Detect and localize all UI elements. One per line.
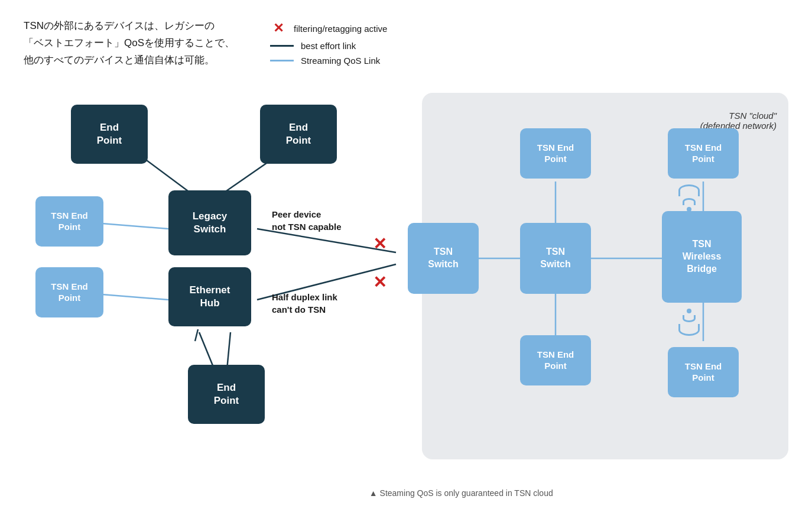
legend: ✕ filtering/retagging active best effort… (270, 18, 387, 66)
tsn-end-bot-left-label: TSN End Point (537, 349, 574, 372)
filtering-label: filtering/retagging active (294, 24, 387, 34)
tsn-end-top-right-label: TSN End Point (685, 142, 722, 165)
tsn-endpoint-2: TSN End Point (35, 267, 103, 317)
filtering-x-icon: ✕ (270, 21, 287, 36)
tsn-end-bot-right-label: TSN End Point (685, 361, 722, 384)
tsn-end-top-left: TSN End Point (520, 128, 591, 179)
tsn-wireless-bridge: TSN Wireless Bridge (662, 211, 742, 303)
wifi-bottom-icon (678, 309, 700, 336)
legend-filtering: ✕ filtering/retagging active (270, 21, 387, 36)
tsn-endpoint-1-label: TSN End Point (51, 210, 88, 233)
endpoint-1-label: End Point (97, 121, 122, 147)
best-effort-line-icon (270, 45, 294, 47)
ethernet-hub: Ethernet Hub (168, 267, 251, 326)
tsn-end-top-left-label: TSN End Point (537, 142, 574, 165)
svg-text:✕: ✕ (373, 273, 386, 291)
footer-warning: ▲ Steaming QoS is only guaranteed in TSN… (369, 488, 553, 498)
desc-line2: 「ベストエフォート」QoSを使用することで、 (24, 37, 235, 48)
svg-line-6 (195, 329, 198, 341)
legacy-switch: Legacy Switch (168, 190, 251, 255)
legend-streaming: Streaming QoS Link (270, 56, 387, 66)
svg-text:✕: ✕ (373, 235, 386, 253)
desc-line3: 他のすべてのデバイスと通信自体は可能。 (24, 54, 215, 66)
best-effort-label: best effort link (301, 41, 356, 51)
endpoint-2-label: End Point (286, 121, 311, 147)
diagram-area: TSN "cloud" (defended network) (24, 81, 788, 483)
tsn-cloud-label: TSN "cloud" (defended network) (700, 111, 777, 131)
tsn-switch-left: TSN Switch (408, 223, 479, 294)
endpoint-1: End Point (71, 105, 148, 164)
description-text: TSNの外部にあるデバイスは、レガシーの 「ベストエフォート」QoSを使用するこ… (24, 18, 235, 69)
tsn-switch-mid: TSN Switch (520, 223, 591, 294)
wifi-top-icon (678, 184, 700, 212)
endpoint-3: End Point (188, 365, 265, 424)
tsn-end-top-right: TSN End Point (668, 128, 739, 179)
peer-device-label: Peer device not TSN capable (272, 209, 342, 232)
tsn-end-bot-left: TSN End Point (520, 335, 591, 385)
endpoint-2: End Point (260, 105, 337, 164)
tsn-cloud-label-line1: TSN "cloud" (729, 111, 777, 121)
tsn-switch-left-label: TSN Switch (428, 246, 459, 271)
legend-best-effort: best effort link (270, 41, 387, 51)
peer-device-annotation: Peer device not TSN capable (272, 208, 342, 233)
streaming-line-icon (270, 60, 294, 61)
legacy-switch-label: Legacy Switch (193, 210, 228, 236)
svg-line-4 (95, 294, 168, 300)
footer-warning-text: ▲ Steaming QoS is only guaranteed in TSN… (369, 488, 553, 498)
endpoint-3-label: End Point (214, 381, 239, 407)
tsn-end-bot-right: TSN End Point (668, 347, 739, 397)
tsn-wireless-label: TSN Wireless Bridge (683, 238, 722, 275)
half-duplex-annotation: Half duplex link can't do TSN (272, 291, 337, 316)
tsn-endpoint-1: TSN End Point (35, 196, 103, 247)
tsn-endpoint-2-label: TSN End Point (51, 281, 88, 304)
svg-line-2 (95, 223, 168, 229)
ethernet-hub-label: Ethernet Hub (190, 284, 230, 310)
streaming-label: Streaming QoS Link (301, 56, 380, 66)
desc-line1: TSNの外部にあるデバイスは、レガシーの (24, 20, 215, 31)
tsn-switch-mid-label: TSN Switch (540, 246, 571, 271)
half-duplex-label: Half duplex link can't do TSN (272, 292, 337, 315)
